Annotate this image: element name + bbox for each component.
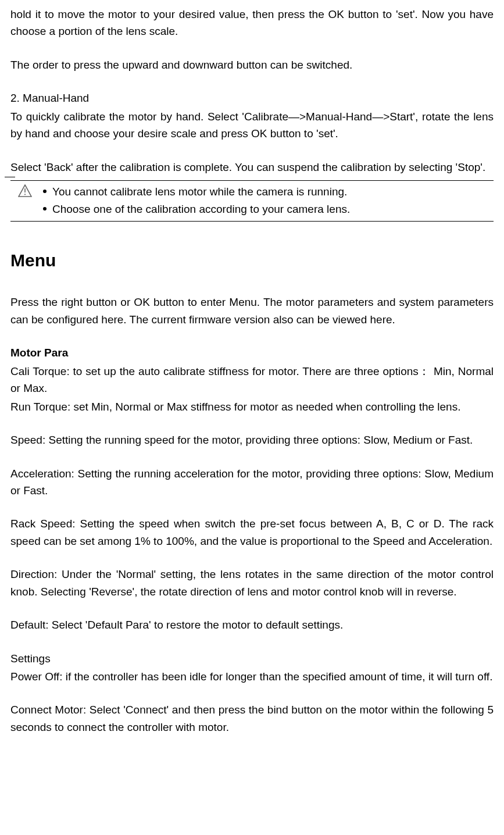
warning-text-1: You cannot calibrate lens motor while th… bbox=[52, 183, 347, 200]
menu-heading: Menu bbox=[10, 247, 494, 274]
power-off: Power Off: if the controller has been id… bbox=[10, 668, 494, 685]
bullet-icon bbox=[43, 190, 47, 193]
acceleration: Acceleration: Setting the running accele… bbox=[10, 465, 494, 499]
manual-hand-title: 2. Manual-Hand bbox=[10, 90, 494, 106]
warning-item-2: Choose one of the calibration according … bbox=[43, 201, 494, 217]
run-torque: Run Torque: set Min, Normal or Max stiff… bbox=[10, 398, 494, 415]
warning-icon-col bbox=[10, 183, 40, 197]
speed: Speed: Setting the running speed for the… bbox=[10, 431, 494, 448]
intro-p2: The order to press the upward and downwa… bbox=[10, 56, 494, 73]
cali-torque: Cali Torque: to set up the auto calibrat… bbox=[10, 363, 494, 397]
rack-speed: Rack Speed: Setting the speed when switc… bbox=[10, 515, 494, 549]
warning-item-1: You cannot calibrate lens motor while th… bbox=[43, 183, 494, 200]
settings-heading: Settings bbox=[10, 650, 494, 667]
intro-p1: hold it to move the motor to your desire… bbox=[10, 6, 494, 40]
warning-text-2: Choose one of the calibration according … bbox=[52, 201, 350, 217]
connect-motor: Connect Motor: Select 'Connect' and then… bbox=[10, 701, 494, 736]
select-back-text: Select 'Back' after the calibration is c… bbox=[10, 159, 494, 176]
warning-icon bbox=[18, 184, 32, 197]
rule-short bbox=[5, 177, 15, 177]
menu-intro: Press the right button or OK button to e… bbox=[10, 294, 494, 328]
bullet-icon bbox=[43, 207, 47, 210]
default: Default: Select 'Default Para' to restor… bbox=[10, 616, 494, 633]
warning-box: You cannot calibrate lens motor while th… bbox=[10, 180, 494, 222]
svg-point-1 bbox=[24, 194, 26, 195]
manual-hand-text: To quickly calibrate the motor by hand. … bbox=[10, 108, 494, 142]
motor-para-heading: Motor Para bbox=[10, 344, 494, 361]
direction: Direction: Under the 'Normal' setting, t… bbox=[10, 566, 494, 600]
